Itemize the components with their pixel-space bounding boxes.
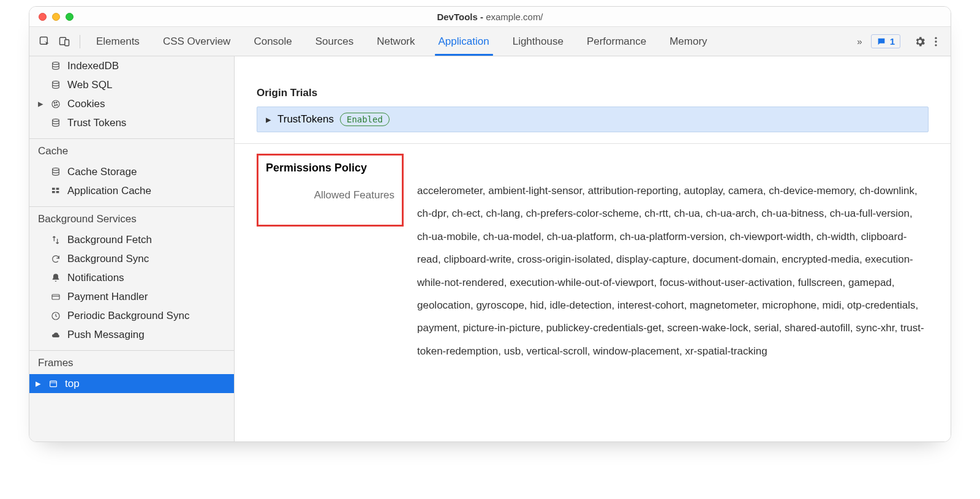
title-app: DevTools -	[437, 12, 486, 22]
sidebar-item-label: Trust Tokens	[67, 117, 126, 129]
origin-trials-header: Origin Trials	[257, 87, 929, 99]
close-window-button[interactable]	[39, 13, 47, 21]
tab-lighthouse[interactable]: Lighthouse	[511, 28, 565, 55]
sidebar: ▸ IndexedDB ▸ Web SQL ▸ Cookies ▸	[29, 56, 235, 441]
svg-point-5	[935, 44, 937, 46]
sidebar-item-label: Background Fetch	[67, 234, 152, 246]
svg-point-11	[55, 105, 56, 106]
cloud-icon	[50, 329, 61, 340]
sidebar-item-label: Background Sync	[67, 253, 149, 265]
sidebar-item-cache-storage[interactable]: ▸ Cache Storage	[29, 162, 234, 181]
tab-sources[interactable]: Sources	[314, 28, 355, 55]
tab-application[interactable]: Application	[437, 28, 491, 55]
svg-rect-21	[50, 381, 57, 386]
origin-trial-row[interactable]: ▸ TrustTokens Enabled	[257, 107, 929, 132]
svg-rect-15	[52, 187, 55, 189]
allowed-features-label: Allowed Features	[266, 189, 394, 201]
toolbar: Elements CSS Overview Console Sources Ne…	[29, 27, 951, 56]
devtools-window: DevTools - example.com/ Elements CSS Ove…	[29, 6, 951, 442]
title-url: example.com/	[486, 12, 543, 22]
tab-elements[interactable]: Elements	[95, 28, 141, 55]
sidebar-item-trust-tokens[interactable]: ▸ Trust Tokens	[29, 113, 234, 132]
svg-rect-2	[65, 39, 69, 45]
minimize-window-button[interactable]	[52, 13, 60, 21]
tab-network[interactable]: Network	[375, 28, 416, 55]
svg-rect-19	[52, 295, 59, 299]
sidebar-item-label: Cache Storage	[67, 166, 137, 178]
grid-icon	[50, 186, 61, 197]
svg-point-3	[935, 37, 937, 39]
inspect-icon[interactable]	[38, 35, 51, 48]
origin-trial-name: TrustTokens	[277, 113, 334, 126]
window-title: DevTools - example.com/	[29, 12, 951, 22]
sidebar-item-frame-top[interactable]: ▸ top	[29, 374, 234, 393]
sidebar-header-frames: Frames	[29, 351, 234, 374]
database-icon	[50, 118, 61, 129]
sidebar-item-notifications[interactable]: ▸ Notifications	[29, 268, 234, 287]
svg-point-9	[54, 102, 55, 103]
sidebar-item-bg-sync[interactable]: ▸ Background Sync	[29, 249, 234, 268]
sidebar-item-label: Application Cache	[67, 185, 151, 197]
svg-point-6	[53, 62, 59, 64]
sidebar-item-indexeddb[interactable]: ▸ IndexedDB	[29, 56, 234, 75]
status-badge: Enabled	[340, 113, 390, 126]
device-toggle-icon[interactable]	[58, 35, 71, 48]
svg-rect-16	[56, 187, 59, 189]
tab-performance[interactable]: Performance	[586, 28, 647, 55]
database-icon	[50, 61, 61, 72]
window-controls	[29, 13, 74, 21]
sidebar-item-application-cache[interactable]: ▸ Application Cache	[29, 181, 234, 200]
tab-css-overview[interactable]: CSS Overview	[162, 28, 232, 55]
zoom-window-button[interactable]	[66, 13, 74, 21]
sidebar-item-websql[interactable]: ▸ Web SQL	[29, 75, 234, 94]
tab-console[interactable]: Console	[252, 28, 293, 55]
window-icon	[48, 378, 59, 389]
sidebar-item-push-messaging[interactable]: ▸ Push Messaging	[29, 325, 234, 344]
more-tabs-icon[interactable]: »	[857, 36, 862, 47]
sidebar-item-label: IndexedDB	[67, 60, 119, 72]
sidebar-item-label: Payment Handler	[67, 291, 148, 303]
sidebar-item-label: Push Messaging	[67, 329, 145, 341]
allowed-features-list: accelerometer, ambient-light-sensor, att…	[417, 144, 929, 362]
sidebar-item-periodic-sync[interactable]: ▸ Periodic Background Sync	[29, 306, 234, 325]
more-options-icon[interactable]	[930, 36, 942, 48]
sidebar-item-payment-handler[interactable]: ▸ Payment Handler	[29, 287, 234, 306]
sidebar-header-cache: Cache	[29, 139, 234, 162]
svg-rect-17	[52, 191, 55, 193]
database-icon	[50, 167, 61, 178]
titlebar: DevTools - example.com/	[29, 7, 951, 27]
bell-icon	[50, 272, 61, 283]
svg-point-10	[56, 102, 57, 102]
settings-icon[interactable]	[914, 36, 926, 48]
sidebar-item-cookies[interactable]: ▸ Cookies	[29, 94, 234, 113]
separator	[80, 35, 80, 48]
issues-badge[interactable]: 1	[871, 34, 900, 48]
sidebar-item-label: Web SQL	[67, 79, 112, 91]
svg-rect-18	[56, 191, 59, 193]
permissions-policy-header: Permissions Policy	[266, 162, 394, 174]
svg-point-7	[53, 81, 59, 83]
svg-point-13	[53, 119, 59, 121]
storage-tree: ▸ IndexedDB ▸ Web SQL ▸ Cookies ▸	[29, 56, 234, 135]
panel-tabs: Elements CSS Overview Console Sources Ne…	[95, 28, 709, 55]
permissions-policy-highlight: Permissions Policy Allowed Features	[257, 154, 404, 227]
sidebar-item-label: Notifications	[67, 272, 124, 284]
sidebar-item-label: Cookies	[67, 98, 105, 110]
caret-icon: ▸	[266, 113, 271, 126]
issues-count: 1	[890, 36, 895, 47]
sync-icon	[50, 253, 61, 265]
main-pane: Origin Trials ▸ TrustTokens Enabled Perm…	[235, 56, 951, 441]
sidebar-item-bg-fetch[interactable]: ▸ Background Fetch	[29, 230, 234, 249]
transfer-icon	[50, 234, 61, 246]
sidebar-header-bg: Background Services	[29, 207, 234, 230]
tab-memory[interactable]: Memory	[668, 28, 708, 55]
clock-icon	[50, 310, 61, 321]
card-icon	[50, 291, 61, 302]
database-icon	[50, 80, 61, 91]
svg-point-14	[53, 168, 59, 170]
svg-point-8	[52, 100, 59, 108]
cookie-icon	[50, 99, 61, 110]
svg-point-12	[56, 104, 58, 105]
sidebar-item-label: Periodic Background Sync	[67, 310, 189, 322]
sidebar-item-label: top	[65, 378, 80, 390]
